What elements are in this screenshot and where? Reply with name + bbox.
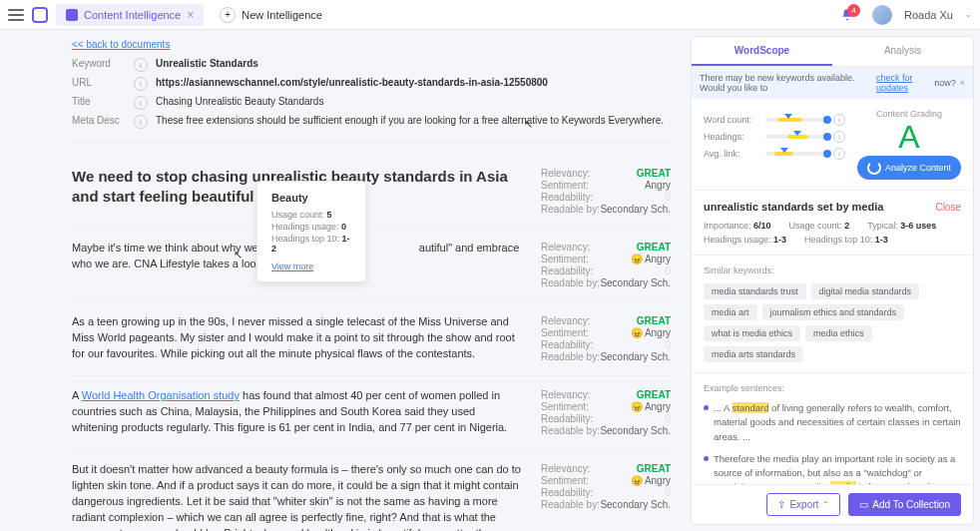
info-icon[interactable]: i — [134, 77, 148, 91]
metric-label: Avg. link: — [704, 149, 759, 159]
keyword-tooltip: BeautyUsage count: 5Headings usage: 0Hea… — [256, 181, 366, 282]
new-intelligence-button[interactable]: New Intelligence — [212, 3, 330, 27]
block-text[interactable]: As a teen growing up in the 90s, I never… — [72, 314, 521, 363]
content-block: But it doesn't matter how advanced a bea… — [72, 450, 671, 531]
meta-keyword: Unrealistic Standards — [156, 58, 671, 69]
keyword-chip[interactable]: media arts standards — [704, 346, 803, 362]
meta-url: https://asiannewschannel.com/style/unrea… — [156, 77, 671, 88]
avatar[interactable] — [872, 5, 892, 25]
menu-icon[interactable] — [8, 9, 24, 21]
meta-label: Title — [72, 96, 134, 107]
info-icon[interactable]: i — [833, 131, 845, 143]
close-alert-icon[interactable]: × — [960, 78, 965, 88]
username: Roada Xu — [904, 9, 953, 21]
grade-value: A — [857, 119, 961, 156]
meta-label: Meta Desc — [72, 115, 134, 126]
similar-keywords: Similar keywords: media standards trustd… — [692, 256, 973, 373]
keyword-chip[interactable]: what is media ethics — [704, 325, 800, 341]
info-icon[interactable]: i — [134, 115, 148, 129]
tab-icon — [66, 9, 78, 21]
info-icon[interactable]: i — [134, 96, 148, 110]
notifications-icon[interactable]: 4 — [840, 8, 854, 22]
panel-footer: ⇪Export⌃ ▭Add To Collection — [692, 484, 973, 524]
block-stats: Relevancy:GREAT Sentiment:😠Angry Readabi… — [541, 462, 671, 531]
document-body: We need to stop chasing unrealistic beau… — [72, 155, 671, 531]
wordscope-panel: WordScope Analysis There may be new keyw… — [691, 36, 974, 525]
block-stats: Relevancy:GREAT Sentiment:😠Angry Readabi… — [541, 241, 671, 289]
top-bar: Content Intelligence × New Intelligence … — [0, 0, 980, 30]
meta-title: Chasing Unrealistic Beauty Standards — [156, 96, 671, 107]
close-keyword-button[interactable]: Close — [935, 202, 961, 213]
add-collection-button[interactable]: ▭Add To Collection — [848, 493, 961, 516]
tab-analysis[interactable]: Analysis — [832, 37, 973, 66]
update-alert: There may be new keywords available. Wou… — [692, 67, 973, 99]
close-tab-icon[interactable]: × — [187, 8, 194, 22]
keyword-chip[interactable]: media ethics — [805, 325, 872, 341]
export-button[interactable]: ⇪Export⌃ — [766, 493, 840, 516]
keyword-title: unrealistic standards set by media — [704, 201, 883, 213]
similar-label: Similar keywords: — [704, 266, 961, 275]
keyword-chip[interactable]: digital media standards — [811, 283, 920, 299]
metric-label: Word count: — [704, 115, 759, 125]
block-text[interactable]: A World Health Organisation study has fo… — [72, 388, 521, 437]
keyword-stats: Importance: 6/10 Usage count: 2 Typical:… — [704, 221, 961, 245]
tab-label: Content Intelligence — [84, 9, 181, 21]
analyze-button[interactable]: Analyze Content — [857, 156, 961, 180]
metrics-section: Word count:i Headings:i Avg. link:i Cont… — [692, 99, 973, 191]
block-text[interactable]: But it doesn't matter how advanced a bea… — [72, 462, 521, 531]
block-stats: Relevancy:GREAT Sentiment:Angry Readabil… — [541, 167, 671, 216]
example-item: ... A standard of living generally refer… — [704, 401, 961, 444]
keyword-chip[interactable]: journalism ethics and standards — [762, 304, 905, 320]
info-icon[interactable]: i — [833, 148, 845, 160]
examples-label: Example sentences: — [704, 383, 961, 393]
wordcount-slider[interactable] — [765, 118, 827, 122]
meta-label: URL — [72, 77, 134, 88]
headings-slider[interactable] — [765, 135, 827, 139]
example-sentences: Example sentences: ... A standard of liv… — [692, 373, 973, 484]
chevron-down-icon[interactable]: ⌄ — [965, 10, 972, 19]
content-block: Maybe it's time we think about why we fr… — [72, 229, 671, 302]
keyword-chip[interactable]: media standards trust — [704, 283, 806, 299]
document-panel: << back to documents KeywordiUnrealistic… — [0, 30, 691, 531]
info-icon[interactable]: i — [134, 58, 148, 72]
tab-wordscope[interactable]: WordScope — [692, 37, 832, 66]
avglink-slider[interactable] — [765, 152, 827, 156]
tab-content-intelligence[interactable]: Content Intelligence × — [56, 4, 204, 26]
app-logo[interactable] — [32, 7, 48, 23]
content-block: A World Health Organisation study has fo… — [72, 376, 671, 450]
metric-label: Headings: — [704, 132, 759, 142]
meta-desc: These free extensions should be sufficie… — [156, 115, 671, 126]
view-more-link[interactable]: View more — [271, 262, 313, 271]
block-stats: Relevancy:GREAT Sentiment:😠Angry Readabi… — [541, 388, 671, 437]
keyword-detail: unrealistic standards set by media Close… — [692, 191, 973, 256]
meta-section: KeywordiUnrealistic Standards URLihttps:… — [72, 58, 671, 143]
back-link[interactable]: << back to documents — [72, 39, 170, 50]
example-item: Therefore the media play an important ro… — [704, 452, 961, 484]
block-stats: Relevancy:GREAT Sentiment:😠Angry Readabi… — [541, 314, 671, 363]
content-block: As a teen growing up in the 90s, I never… — [72, 302, 671, 376]
info-icon[interactable]: i — [833, 114, 845, 126]
notif-badge: 4 — [847, 4, 860, 17]
right-tabs: WordScope Analysis — [692, 37, 973, 67]
content-block: We need to stop chasing unrealistic beau… — [72, 155, 671, 229]
check-updates-link[interactable]: check for updates — [876, 73, 930, 93]
meta-label: Keyword — [72, 58, 134, 69]
grading-label: Content Grading — [857, 109, 961, 119]
keyword-chip[interactable]: media art — [704, 304, 757, 320]
